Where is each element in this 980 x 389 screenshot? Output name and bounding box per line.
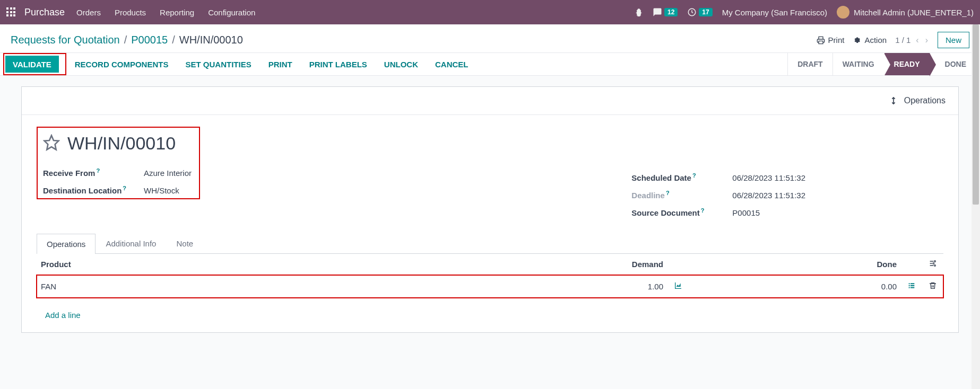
scheduled-date-value[interactable]: 06/28/2023 11:51:32: [732, 173, 805, 182]
action-button[interactable]: Action: [853, 36, 887, 45]
record-components-button[interactable]: RECORD COMPONENTS: [66, 53, 177, 75]
help-icon[interactable]: ?: [123, 185, 126, 191]
breadcrumb-root[interactable]: Requests for Quotation: [11, 34, 120, 46]
scheduled-date-label: Scheduled Date?: [631, 172, 732, 182]
breadcrumb-sep: /: [172, 34, 175, 46]
vertical-scrollbar[interactable]: [972, 24, 980, 343]
dest-location-label: Destination Location?: [43, 185, 144, 195]
activities-icon[interactable]: 17: [687, 7, 712, 17]
cell-product[interactable]: FAN: [37, 275, 572, 298]
top-navbar: Purchase Orders Products Reporting Confi…: [0, 0, 980, 24]
col-product[interactable]: Product: [37, 254, 572, 275]
svg-rect-9: [909, 287, 910, 288]
record-title: WH/IN/00010: [67, 133, 176, 154]
new-button[interactable]: New: [938, 32, 969, 48]
messages-icon[interactable]: 12: [653, 7, 678, 17]
operations-table: Product Demand Done FAN 1.00: [37, 254, 943, 332]
user-name: Mitchell Admin (JUNE_ENTER_1): [854, 8, 974, 17]
tab-operations[interactable]: Operations: [37, 234, 96, 254]
svg-point-2: [934, 261, 936, 262]
print-button[interactable]: Print: [817, 36, 845, 45]
breadcrumb: Requests for Quotation / P00015 / WH/IN/…: [11, 34, 243, 46]
receive-from-label: Receive From?: [43, 167, 144, 178]
help-icon[interactable]: ?: [692, 172, 696, 179]
source-document-label: Source Document?: [631, 207, 732, 217]
cell-demand[interactable]: 1.00: [572, 275, 667, 298]
svg-rect-6: [910, 283, 914, 284]
operations-stat-button[interactable]: Operations: [889, 94, 946, 107]
nav-reporting[interactable]: Reporting: [160, 8, 194, 17]
pager-prev-icon[interactable]: ‹: [915, 36, 920, 45]
svg-point-3: [933, 263, 934, 264]
messages-badge: 12: [664, 8, 678, 16]
form-sheet: Operations WH/IN/00010 Receive From? Az: [21, 86, 959, 333]
user-menu[interactable]: Mitchell Admin (JUNE_ENTER_1): [837, 6, 974, 19]
scrollbar-thumb[interactable]: [973, 24, 979, 205]
pager: 1 / 1 ‹ ›: [895, 36, 929, 45]
column-settings-icon[interactable]: [922, 254, 943, 275]
status-ready[interactable]: READY: [884, 53, 930, 75]
tabs: Operations Additional Info Note: [37, 233, 943, 254]
svg-point-4: [934, 265, 936, 267]
svg-rect-10: [910, 287, 914, 288]
breadcrumb-sep: /: [124, 34, 127, 46]
help-icon[interactable]: ?: [666, 190, 670, 196]
nav-orders[interactable]: Orders: [76, 8, 101, 17]
breadcrumb-current: WH/IN/00010: [179, 34, 243, 46]
action-bar: VALIDATE RECORD COMPONENTS SET QUANTITIE…: [0, 52, 980, 76]
table-row[interactable]: FAN 1.00 0.00: [37, 275, 943, 298]
col-demand[interactable]: Demand: [572, 254, 667, 275]
unlock-button[interactable]: UNLOCK: [376, 53, 427, 75]
app-brand[interactable]: Purchase: [24, 7, 65, 18]
status-waiting[interactable]: WAITING: [832, 53, 884, 75]
cell-done[interactable]: 0.00: [689, 275, 901, 298]
validate-button[interactable]: VALIDATE: [5, 56, 59, 73]
avatar-icon: [837, 6, 849, 19]
delete-row-icon[interactable]: [922, 275, 943, 298]
nav-products[interactable]: Products: [115, 8, 146, 17]
col-done[interactable]: Done: [689, 254, 901, 275]
print-action-button[interactable]: PRINT: [260, 53, 301, 75]
debug-icon[interactable]: [635, 8, 643, 16]
breadcrumb-parent[interactable]: P00015: [131, 34, 168, 46]
deadline-label: Deadline?: [631, 190, 732, 200]
apps-icon[interactable]: [6, 7, 16, 17]
highlight-title-fields: WH/IN/00010 Receive From? Azure Interior…: [37, 127, 200, 199]
status-done[interactable]: DONE: [930, 53, 976, 75]
status-bar: DRAFT WAITING READY DONE: [787, 53, 976, 75]
activities-badge: 17: [699, 8, 712, 16]
cancel-button[interactable]: CANCEL: [427, 53, 477, 75]
pager-next-icon[interactable]: ›: [924, 36, 929, 45]
svg-rect-5: [909, 283, 910, 284]
svg-marker-1: [45, 136, 59, 150]
favorite-star-icon[interactable]: [43, 134, 60, 153]
set-quantities-button[interactable]: SET QUANTITIES: [177, 53, 259, 75]
receive-from-value[interactable]: Azure Interior: [144, 169, 192, 178]
status-draft[interactable]: DRAFT: [787, 53, 832, 75]
highlight-validate: VALIDATE: [3, 53, 66, 75]
help-icon[interactable]: ?: [701, 207, 705, 214]
dest-location-value[interactable]: WH/Stock: [144, 186, 179, 195]
print-labels-button[interactable]: PRINT LABELS: [301, 53, 376, 75]
deadline-value: 06/28/2023 11:51:32: [732, 191, 805, 200]
company-switcher[interactable]: My Company (San Francisco): [722, 8, 827, 17]
svg-rect-7: [909, 285, 910, 286]
forecast-icon[interactable]: [667, 275, 689, 298]
source-document-value[interactable]: P00015: [732, 208, 760, 217]
add-line-link[interactable]: Add a line: [41, 304, 85, 326]
tab-additional-info[interactable]: Additional Info: [96, 233, 166, 253]
tab-note[interactable]: Note: [166, 233, 203, 253]
nav-configuration[interactable]: Configuration: [208, 8, 255, 17]
pager-text[interactable]: 1 / 1: [895, 36, 910, 45]
detailed-ops-icon[interactable]: [901, 275, 922, 298]
header-row: Requests for Quotation / P00015 / WH/IN/…: [0, 24, 980, 52]
help-icon[interactable]: ?: [96, 167, 100, 174]
svg-rect-8: [910, 285, 914, 286]
